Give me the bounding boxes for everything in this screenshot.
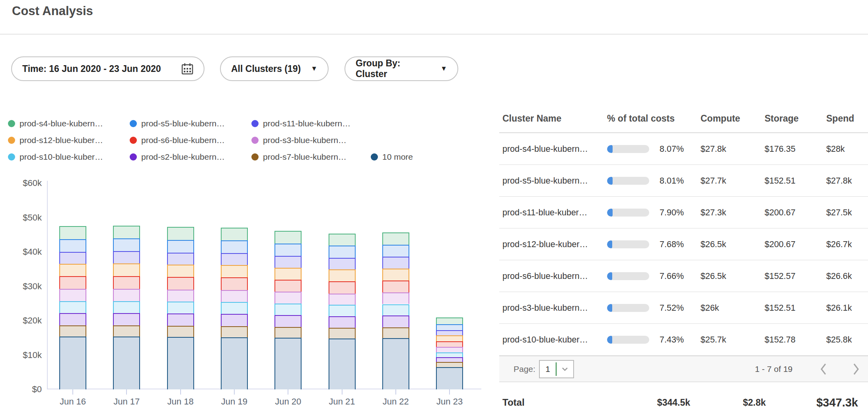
legend-item[interactable]: prod-s10-blue-kuber… (8, 152, 130, 162)
bar-segment[interactable] (436, 357, 463, 362)
legend-item[interactable]: prod-s11-blue-kubern… (251, 119, 350, 128)
legend-item[interactable]: prod-s3-blue-kubern… (251, 135, 346, 145)
bar-segment[interactable] (329, 305, 356, 316)
bar-segment[interactable] (436, 347, 463, 353)
bar-segment[interactable] (329, 258, 356, 269)
bar-segment[interactable] (59, 239, 86, 252)
bar-segment[interactable] (59, 289, 86, 301)
bar-segment[interactable] (167, 227, 194, 240)
bar-segment[interactable] (274, 292, 302, 303)
bar-segment[interactable] (167, 290, 194, 302)
bar-segment[interactable] (221, 277, 248, 290)
legend-item[interactable]: prod-s6-blue-kubern… (130, 135, 251, 145)
bar-segment[interactable] (113, 238, 140, 251)
bar-segment[interactable] (329, 269, 356, 281)
bar-segment[interactable] (382, 338, 409, 389)
bar-segment[interactable] (382, 327, 409, 338)
cluster-name-link[interactable]: prod-s6-blue-kubern… (502, 271, 588, 281)
bar-segment[interactable] (274, 327, 302, 338)
bar-segment[interactable] (167, 277, 194, 290)
bar-segment[interactable] (274, 244, 302, 256)
bar-segment[interactable] (221, 302, 248, 314)
legend-item[interactable]: prod-s5-blue-kubern… (130, 119, 251, 128)
bar-segment[interactable] (382, 292, 409, 304)
bar-segment[interactable] (167, 302, 194, 313)
bar-segment[interactable] (113, 263, 140, 276)
bar-segment[interactable] (167, 326, 194, 337)
bar-segment[interactable] (167, 337, 194, 389)
bar-segment[interactable] (329, 316, 356, 328)
chevron-left-icon[interactable] (820, 363, 827, 375)
bar-segment[interactable] (221, 337, 248, 389)
bar-segment[interactable] (274, 315, 302, 327)
bar-segment[interactable] (59, 337, 86, 389)
bar-segment[interactable] (436, 324, 463, 331)
group-by-dropdown[interactable]: Group By: Cluster ▼ (344, 56, 458, 81)
bar-segment[interactable] (436, 352, 463, 357)
bar-segment[interactable] (436, 330, 463, 335)
bar-segment[interactable] (59, 276, 86, 289)
bar-segment[interactable] (113, 289, 140, 301)
bar-segment[interactable] (382, 304, 409, 316)
bar-segment[interactable] (113, 251, 140, 263)
bar-segment[interactable] (436, 362, 463, 367)
bar-segment[interactable] (274, 280, 302, 292)
bar-segment[interactable] (59, 252, 86, 264)
bar-segment[interactable] (329, 339, 356, 389)
bar-segment[interactable] (274, 231, 302, 244)
bar-segment[interactable] (436, 317, 463, 324)
bar-segment[interactable] (113, 337, 140, 389)
bar-segment[interactable] (274, 256, 302, 267)
bar-segment[interactable] (382, 315, 409, 327)
bar-segment[interactable] (59, 264, 86, 276)
bar-segment[interactable] (59, 301, 86, 313)
bar-segment[interactable] (221, 240, 248, 253)
bar-segment[interactable] (329, 246, 356, 257)
bar-segment[interactable] (382, 245, 409, 257)
bar-segment[interactable] (59, 226, 86, 239)
bar-segment[interactable] (59, 325, 86, 337)
bar-segment[interactable] (221, 326, 248, 337)
bar-segment[interactable] (274, 268, 302, 280)
cluster-name-link[interactable]: prod-s5-blue-kubern… (502, 176, 588, 186)
legend-item[interactable]: prod-s7-blue-kubern… (251, 152, 373, 162)
bar-segment[interactable] (167, 265, 194, 277)
bar-segment[interactable] (382, 257, 409, 268)
bar-segment[interactable] (113, 313, 140, 325)
legend-item[interactable]: prod-s12-blue-kuber… (8, 135, 130, 145)
cluster-name-link[interactable]: prod-s10-blue-kuber… (502, 335, 588, 344)
legend-item[interactable]: prod-s2-blue-kubern… (130, 152, 251, 162)
bar-segment[interactable] (436, 335, 463, 341)
bar-segment[interactable] (167, 314, 194, 326)
legend-item[interactable]: 10 more (371, 152, 413, 162)
bar-segment[interactable] (382, 232, 409, 245)
bar-segment[interactable] (221, 253, 248, 265)
bar-segment[interactable] (382, 269, 409, 281)
bar-segment[interactable] (113, 226, 140, 238)
bar-segment[interactable] (221, 265, 248, 277)
bar-segment[interactable] (113, 301, 140, 313)
bar-segment[interactable] (221, 290, 248, 302)
cluster-name-link[interactable]: prod-s4-blue-kubern… (502, 144, 588, 154)
bar-segment[interactable] (167, 253, 194, 265)
clusters-filter-dropdown[interactable]: All Clusters (19) ▼ (220, 56, 329, 81)
bar-segment[interactable] (329, 294, 356, 305)
bar-segment[interactable] (274, 338, 302, 389)
bar-segment[interactable] (59, 313, 86, 325)
chevron-right-icon[interactable] (852, 363, 860, 375)
bar-segment[interactable] (382, 281, 409, 292)
bar-segment[interactable] (221, 314, 248, 326)
cluster-name-link[interactable]: prod-s11-blue-kuber… (502, 207, 588, 217)
time-range-filter[interactable]: Time: 16 Jun 2020 - 23 Jun 2020 (11, 56, 204, 81)
bar-segment[interactable] (167, 240, 194, 253)
legend-item[interactable]: prod-s4-blue-kubern… (8, 119, 130, 128)
bar-segment[interactable] (113, 276, 140, 289)
bar-segment[interactable] (329, 328, 356, 339)
bar-segment[interactable] (329, 281, 356, 293)
bar-segment[interactable] (436, 367, 463, 389)
bar-segment[interactable] (113, 325, 140, 337)
bar-segment[interactable] (329, 234, 356, 246)
cluster-name-link[interactable]: prod-s3-blue-kubern… (502, 303, 588, 313)
bar-segment[interactable] (221, 228, 248, 240)
bar-segment[interactable] (274, 304, 302, 315)
